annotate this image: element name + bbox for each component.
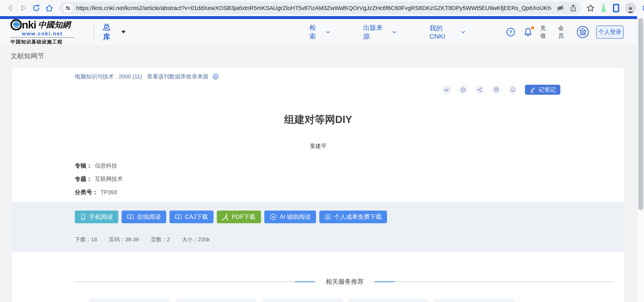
logo-cn-text: 中國知網 [38,19,70,30]
stat-downloads: 下载：18 [75,236,97,243]
article-title: 组建对等网DIY [12,113,624,127]
journal-link[interactable]: 电脑知识与技术 . 2000 (11) [75,73,142,81]
service-cnki-academic-intelligence[interactable]: CNKI学术情报 [90,299,170,302]
share-icon[interactable] [569,4,577,12]
stat-pages-range: 页码：38-39 [109,236,139,243]
acrobat-icon: 人 [222,214,229,220]
download-band: 手机阅读 在线阅读 CAJ下载 人 PDF下载 AI AI 辅助阅读 [12,202,624,252]
service-smart-proofreading[interactable]: 智能审校 [176,299,256,302]
scrollbar-thumb[interactable] [638,18,643,210]
url-bar[interactable]: https://kns.cnki.net/kcms2/article/abstr… [59,2,581,14]
cnki-globe-icon [10,19,22,30]
help-icon[interactable]: ? [506,27,516,37]
svg-text:?: ? [509,29,512,35]
browser-toolbar: https://kns.cnki.net/kcms2/article/abstr… [0,0,644,16]
source-row: 电脑知识与技术 . 2000 (11) 查看该刊数据库收录来源 ? [12,68,624,81]
bookmark-star-icon[interactable] [586,4,595,12]
nav-my-cnki[interactable]: 我的CNKI [430,24,466,40]
dotted-line [397,282,614,282]
site-top-accent-bar [0,16,637,19]
article-author[interactable]: 童建平 [12,142,624,150]
home-icon[interactable] [44,3,54,13]
member-link[interactable]: 会员 [558,24,569,40]
back-icon[interactable] [5,3,15,13]
personal-free-download-button[interactable]: 个人成果免费下载 [319,211,387,223]
site-settings-icon[interactable] [63,3,73,13]
extension-flask-icon[interactable] [600,3,607,13]
favorite-star-icon[interactable] [459,85,468,94]
print-icon[interactable] [492,85,501,94]
service-academic-evaluation-platform[interactable]: 学术评价支撑平台 [348,299,429,302]
logo-brand-text: nki [22,19,36,30]
notification-dot [531,26,534,29]
article-actions: “ 记笔记 [12,85,560,94]
download-buttons: 手机阅读 在线阅读 CAJ下载 人 PDF下载 AI AI 辅助阅读 [75,211,624,223]
cnki-logo[interactable]: nki 中國知網 www.cnki.net 中国知识基础设施工程 [10,19,86,45]
take-note-label: 记笔记 [538,86,556,94]
browser-menu-icon[interactable] [641,4,644,12]
phone-icon [80,214,86,220]
ai-hexagon-icon: AI [270,213,276,220]
meta-row-album: 专辑： 信息科技 [75,162,624,169]
logo-slogan-text: 中国知识基础设施工程 [10,39,86,45]
stat-page-count: 页数：2 [151,236,170,243]
take-note-button[interactable]: 记笔记 [525,85,560,95]
service-personal-smart-typesetting[interactable]: 个人智能排版 [262,299,342,302]
article-card: 电脑知识与技术 . 2000 (11) 查看该刊数据库收录来源 ? “ 记笔记 [12,68,625,302]
pencil-icon [530,87,536,93]
recharge-link[interactable]: 充值 [540,24,551,40]
stat-size: 大小：235k [182,236,210,243]
database-source-link[interactable]: 查看该刊数据库收录来源 [147,73,208,81]
main-nav: 检索 出版来源 我的CNKI [309,23,498,41]
scrollbar[interactable] [637,16,644,302]
avatar[interactable] [625,3,636,13]
url-text[interactable]: https://kns.cnki.net/kcms2/article/abstr… [76,5,551,11]
source-help-icon[interactable]: ? [212,74,219,80]
header-divider [94,23,94,41]
caret-down-icon [122,31,126,33]
mobile-read-button[interactable]: 手机阅读 [75,211,118,223]
chevron-down-icon [392,30,397,35]
nav-search[interactable]: 检索 [309,23,330,41]
personal-login-button[interactable]: 个人登录 [596,25,624,39]
chevron-down-icon [326,30,330,35]
meta-row-classification: 分类号： TP393 [75,189,624,196]
chevron-down-icon [461,30,466,35]
extension-panel-icon[interactable] [612,4,620,12]
cite-quote-icon[interactable]: “ [442,85,451,94]
pdf-download-button[interactable]: 人 PDF下载 [217,211,261,223]
meta-row-topic: 专题： 互联网技术 [75,176,624,182]
book-icon [175,214,182,220]
blue-dash [294,281,315,282]
notification-bell-icon[interactable] [523,27,533,37]
ai-assisted-read-button[interactable]: AI AI 辅助阅读 [264,211,316,223]
dotted-line [76,282,292,282]
logo-site-text: www.cnki.net [10,31,74,38]
blue-dash [374,281,395,282]
download-tray-icon [325,214,331,220]
library-switcher[interactable]: 总库 [103,22,126,42]
open-book-icon [127,214,134,220]
related-services-divider: 相关服务推荐 [76,277,614,286]
header-right-tools: ? 充值 会员 个人登录 [498,24,624,40]
caj-download-button[interactable]: CAJ下载 [170,211,214,223]
library-switcher-label: 总库 [103,22,117,42]
institution-icon[interactable] [576,25,590,39]
forward-icon[interactable] [18,3,28,13]
service-cnki-library[interactable]: 文 知网文库 [434,299,515,302]
online-read-button[interactable]: 在线阅读 [122,211,166,223]
share-nodes-icon[interactable] [475,85,484,94]
nav-publications[interactable]: 出版来源 [363,23,397,41]
browser-window: https://kns.cnki.net/kcms2/article/abstr… [0,0,644,302]
site-header: nki 中國知網 www.cnki.net 中国知识基础设施工程 总库 检索 出… [0,19,637,45]
article-meta: 专辑： 信息科技 专题： 互联网技术 分类号： TP393 [75,162,624,196]
reload-icon[interactable] [31,3,41,13]
page-title: 文献知网节 [10,51,44,60]
related-services-heading: 相关服务推荐 [326,277,364,286]
related-services: CNKI学术情报 智能审校 个人智能排版 学术评价支撑平台 文 知网文库 [90,299,624,302]
svg-text:AI: AI [272,216,274,219]
article-stats: 下载：18 页码：38-39 页数：2 大小：235k [75,236,624,243]
privacy-eye-off-icon[interactable] [556,4,564,12]
alert-bell-icon[interactable] [508,85,517,94]
